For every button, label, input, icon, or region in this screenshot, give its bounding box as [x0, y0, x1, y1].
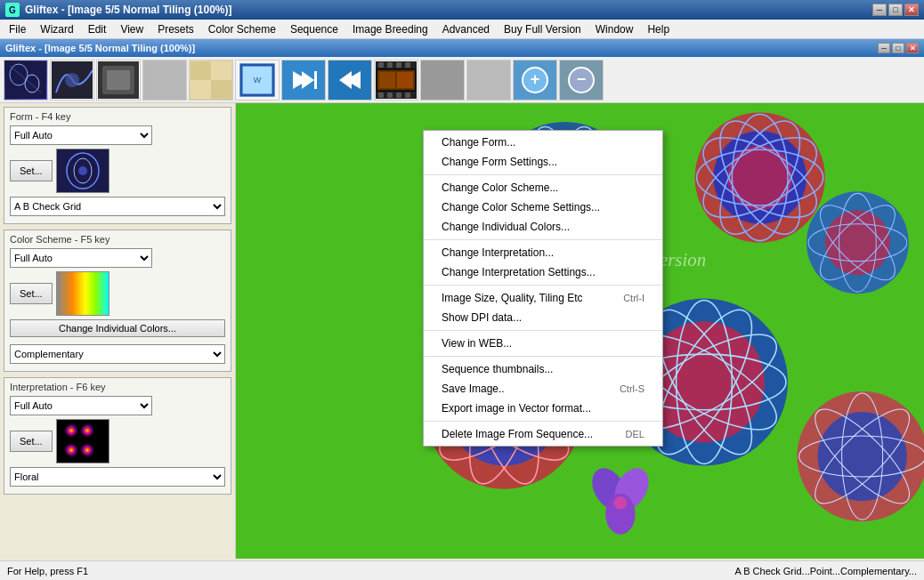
form-select[interactable]: Full Auto Manual Semi-Auto — [10, 125, 152, 145]
toolbar-thumb-gray[interactable] — [142, 60, 187, 101]
left-panel: Form - F4 key Full Auto Manual Semi-Auto… — [0, 103, 236, 559]
svg-rect-46 — [64, 443, 78, 457]
close-button[interactable]: ✕ — [904, 4, 919, 16]
toolbar-thumb-3[interactable] — [96, 60, 141, 101]
svg-rect-23 — [378, 62, 384, 68]
change-individual-colors-row: Change Individual Colors... — [10, 319, 225, 341]
color-select-row: Full Auto Manual Semi-Auto — [10, 248, 225, 268]
context-menu-item[interactable]: Change Individual Colors... — [424, 217, 662, 237]
status-left: For Help, press F1 — [7, 566, 88, 576]
context-menu-item-label: Change Form... — [442, 136, 515, 149]
menu-item-sequence[interactable]: Sequence — [283, 20, 345, 38]
form-check-grid-row: A B Check Grid None Standard — [10, 197, 225, 216]
floral-select[interactable]: Floral Abstract Geometric — [10, 467, 225, 487]
menu-item-view[interactable]: View — [113, 20, 150, 38]
svg-rect-10 — [190, 61, 211, 80]
svg-rect-17 — [314, 71, 317, 89]
minimize-button[interactable]: ─ — [872, 4, 887, 16]
svg-rect-8 — [107, 70, 130, 90]
color-scheme-group: Color Scheme - F5 key Full Auto Manual S… — [4, 230, 231, 372]
context-menu-item[interactable]: Save Image..Ctrl-S — [424, 379, 662, 399]
color-scheme-select[interactable]: Full Auto Manual Semi-Auto — [10, 248, 152, 268]
menu-item-edit[interactable]: Edit — [81, 20, 114, 38]
form-set-button[interactable]: Set... — [10, 160, 53, 181]
complementary-select[interactable]: Complementary Triadic Analogous — [10, 344, 225, 364]
svg-marker-19 — [339, 71, 352, 89]
check-grid-select[interactable]: A B Check Grid None Standard — [10, 197, 225, 216]
toolbar-skip-button[interactable] — [281, 60, 326, 101]
toolbar-zoom-out[interactable]: − — [559, 60, 604, 101]
context-menu-item[interactable]: Delete Image From Sequence...DEL — [424, 424, 662, 444]
svg-rect-44 — [64, 423, 78, 438]
toolbar-thumb-1[interactable] — [4, 60, 48, 101]
context-menu-item-label: Export image in Vector format... — [442, 402, 591, 415]
context-menu-item-label: Delete Image From Sequence... — [442, 428, 593, 440]
menu-item-help[interactable]: Help — [640, 20, 677, 38]
canvas-area: Gliftex Demo Version Gliftex Dem Di Chan… — [236, 103, 924, 559]
context-menu-shortcut: Ctrl-I — [623, 293, 644, 303]
menu-item-presets[interactable]: Presets — [150, 20, 201, 38]
context-menu-item[interactable]: Change Form Settings... — [424, 152, 662, 172]
svg-rect-47 — [80, 443, 94, 457]
svg-text:W: W — [254, 76, 262, 85]
menu-item-color-scheme[interactable]: Color Scheme — [201, 20, 283, 38]
svg-rect-45 — [80, 423, 94, 438]
form-set-row: Set... — [10, 149, 225, 193]
menu-item-advanced[interactable]: Advanced — [435, 20, 497, 38]
floral-row: Floral Abstract Geometric — [10, 467, 225, 487]
context-menu-item[interactable]: Export image in Vector format... — [424, 399, 662, 418]
context-menu-item-label: Sequence thumbnails... — [442, 363, 553, 375]
color-set-row: Set... — [10, 271, 225, 316]
context-menu-item[interactable]: Image Size, Quality, Tiling EtcCtrl-I — [424, 288, 662, 308]
context-menu-item[interactable]: Change Interpretation... — [424, 243, 662, 262]
svg-point-51 — [727, 145, 792, 210]
change-individual-colors-button[interactable]: Change Individual Colors... — [10, 319, 225, 337]
context-menu-item[interactable]: Change Color Scheme Settings... — [424, 197, 662, 217]
toolbar-back-button[interactable] — [328, 60, 372, 101]
context-menu-item[interactable]: Show DPI data... — [424, 308, 662, 327]
form-select-row: Full Auto Manual Semi-Auto — [10, 125, 225, 145]
maximize-button[interactable]: □ — [888, 4, 903, 16]
inner-window-controls: ─ □ ✕ — [878, 43, 919, 53]
context-menu-item[interactable]: Change Interpretation Settings... — [424, 262, 662, 282]
svg-rect-33 — [397, 72, 413, 88]
context-menu-separator — [424, 239, 662, 240]
color-set-button[interactable]: Set... — [10, 283, 53, 304]
svg-rect-24 — [387, 62, 393, 68]
interpretation-set-button[interactable]: Set... — [10, 431, 53, 452]
context-menu-item[interactable]: Change Form... — [424, 133, 662, 152]
svg-point-99 — [614, 496, 628, 510]
context-menu-item-label: Change Color Scheme... — [442, 181, 558, 194]
toolbar-filmstrip[interactable] — [374, 60, 418, 101]
context-menu-item-label: Show DPI data... — [442, 311, 522, 324]
interpretation-select[interactable]: Full Auto Manual Semi-Auto — [10, 396, 152, 415]
inner-close-button[interactable]: ✕ — [906, 43, 919, 53]
inner-maximize-button[interactable]: □ — [892, 43, 904, 53]
toolbar-thumb-2[interactable] — [50, 60, 94, 101]
context-menu-item[interactable]: View in WEB... — [424, 334, 662, 353]
form-thumbnail — [56, 149, 109, 193]
context-menu-item[interactable]: Change Color Scheme... — [424, 178, 662, 197]
svg-rect-27 — [378, 93, 384, 98]
interp-select-row: Full Auto Manual Semi-Auto — [10, 396, 225, 415]
context-menu: Change Form...Change Form Settings...Cha… — [423, 130, 663, 447]
toolbar-gray-btn-1[interactable] — [420, 60, 465, 101]
form-group: Form - F4 key Full Auto Manual Semi-Auto… — [4, 107, 231, 224]
toolbar-gray-btn-2[interactable] — [466, 60, 511, 101]
svg-rect-28 — [387, 93, 393, 98]
context-menu-item[interactable]: Sequence thumbnails... — [424, 359, 662, 379]
menu-item-window[interactable]: Window — [588, 20, 641, 38]
context-menu-item-label: Change Interpretation Settings... — [442, 266, 596, 278]
context-menu-item-label: View in WEB... — [442, 337, 512, 350]
menu-item-file[interactable]: File — [2, 20, 33, 38]
menu-item-image-breeding[interactable]: Image Breeding — [345, 20, 435, 38]
toolbar-thumb-beige[interactable] — [189, 60, 233, 101]
menu-item-wizard[interactable]: Wizard — [33, 20, 80, 38]
context-menu-item-label: Change Form Settings... — [442, 156, 557, 168]
toolbar-thumb-blue-rect[interactable]: W — [235, 60, 280, 101]
context-menu-item-label: Save Image.. — [442, 383, 505, 395]
svg-rect-11 — [211, 80, 231, 99]
inner-minimize-button[interactable]: ─ — [878, 43, 890, 53]
toolbar-zoom-in[interactable]: + — [513, 60, 557, 101]
menu-item-buy-full-version[interactable]: Buy Full Version — [497, 20, 588, 38]
